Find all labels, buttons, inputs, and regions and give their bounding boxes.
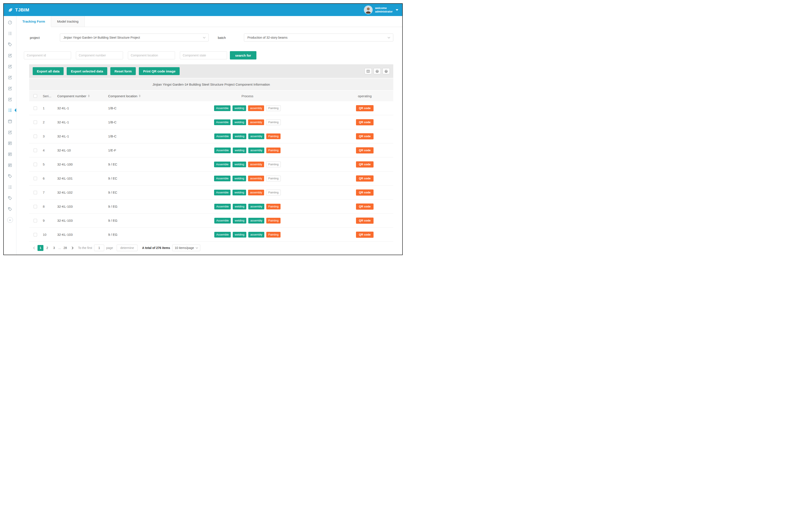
component-state-input[interactable] (180, 51, 227, 59)
printer-button[interactable] (374, 68, 381, 74)
columns-button[interactable] (365, 68, 372, 74)
list-icon (8, 31, 12, 36)
serial-cell: 1 (41, 106, 56, 110)
tab-tracking-form[interactable]: Tracking Form (17, 16, 51, 27)
goto-page-input[interactable] (94, 245, 104, 251)
total-items-label: A total of 276 items (142, 246, 170, 250)
sidebar-item-active[interactable] (4, 105, 16, 116)
qr-code-button[interactable]: QR code (356, 218, 373, 224)
row-checkbox[interactable] (34, 177, 37, 180)
qr-code-button[interactable]: QR code (356, 133, 373, 139)
user-menu-caret-icon[interactable] (396, 9, 398, 11)
sidebar-item[interactable] (4, 127, 16, 138)
print-qr-code-image-button[interactable]: Print QR code image (139, 67, 180, 75)
row-checkbox[interactable] (34, 205, 37, 208)
component-location-cell: 1/E-F (108, 148, 158, 152)
sidebar-item[interactable] (4, 50, 16, 61)
page-button-1[interactable]: 1 (37, 245, 44, 251)
row-checkbox[interactable] (34, 120, 37, 124)
tab-model-tracking[interactable]: Model tracking (51, 16, 85, 27)
form-icon (8, 163, 12, 167)
qr-code-button[interactable]: QR code (356, 189, 373, 196)
serial-cell: 2 (41, 120, 56, 124)
page-content: project Jinjian Yingxi Garden-1# Buildin… (17, 27, 402, 255)
export-all-data-button[interactable]: Export all data (33, 67, 64, 75)
qr-code-button[interactable]: QR code (356, 119, 373, 125)
row-checkbox[interactable] (34, 148, 37, 152)
project-select[interactable]: Jinjian Yingxi Garden-1# Building Steel … (60, 34, 209, 42)
qr-code-button[interactable]: QR code (356, 105, 373, 111)
search-button[interactable]: search for (230, 51, 256, 59)
sidebar-item[interactable] (4, 83, 16, 94)
sidebar-item[interactable] (4, 148, 16, 160)
table-row: 5 32-KL-100 9 / EC Assembleweldingassemb… (29, 157, 393, 171)
batch-label: batch (209, 36, 244, 39)
sort-icon[interactable] (88, 94, 90, 97)
sidebar-item[interactable] (4, 28, 16, 39)
component-number-cell: 32-KL-101 (56, 176, 108, 180)
row-checkbox[interactable] (34, 135, 37, 138)
sidebar-item[interactable] (4, 170, 16, 182)
sidebar-item[interactable] (4, 94, 16, 105)
row-checkbox[interactable] (34, 233, 37, 237)
sidebar-item[interactable] (4, 203, 16, 215)
sidebar-item[interactable] (4, 17, 16, 28)
welcome-text: welcome administrator (375, 6, 393, 13)
sidebar-item[interactable] (4, 116, 16, 127)
print-preview-button[interactable] (382, 68, 390, 74)
sidebar-item[interactable] (4, 193, 16, 203)
qr-code-button[interactable]: QR code (356, 147, 373, 154)
row-checkbox[interactable] (34, 191, 37, 194)
next-page-button[interactable] (70, 247, 74, 249)
component-location-input[interactable] (128, 51, 175, 59)
sidebar-item[interactable] (4, 72, 16, 83)
items-per-page-select[interactable]: 10 items/page (172, 245, 200, 251)
tag-icon (8, 207, 12, 211)
component-location-cell: 9 / EG (108, 205, 158, 208)
row-checkbox[interactable] (34, 219, 37, 222)
serial-cell: 8 (41, 205, 56, 208)
column-component-location: Component location (108, 94, 158, 98)
reset-form-button[interactable]: Reset form (110, 67, 136, 75)
prev-page-button[interactable] (33, 247, 36, 249)
sort-icon[interactable] (139, 94, 141, 97)
sidebar-collapse-button[interactable] (7, 217, 13, 223)
qr-code-button[interactable]: QR code (356, 161, 373, 167)
component-id-input[interactable] (24, 51, 71, 59)
batch-select[interactable]: Production of 32-story beams (244, 34, 393, 42)
sidebar-item[interactable] (4, 182, 16, 193)
avatar[interactable] (364, 5, 373, 14)
select-all-checkbox[interactable] (34, 94, 37, 98)
page-button-2[interactable]: 2 (44, 245, 50, 251)
process-cell: AssembleweldingassemblyPainting (158, 147, 336, 153)
page-button-3[interactable]: 3 (51, 245, 57, 251)
page-button-28[interactable]: 28 (62, 245, 68, 251)
determine-button[interactable]: determine (117, 245, 137, 251)
user-area[interactable]: welcome administrator (364, 5, 398, 14)
export-selected-data-button[interactable]: Export selected data (67, 67, 107, 75)
component-number-cell: 32-KL-100 (56, 162, 108, 166)
batch-select-value: Production of 32-story beams (248, 36, 288, 39)
qr-code-button[interactable]: QR code (356, 175, 373, 182)
project-label: project (30, 36, 60, 39)
sidebar-item[interactable] (4, 160, 16, 170)
qr-code-button[interactable]: QR code (356, 203, 373, 210)
sidebar-item[interactable] (4, 61, 16, 72)
sidebar-item[interactable] (4, 138, 16, 148)
table-row: 2 32-KL-1 1/B-C AssembleweldingassemblyP… (29, 115, 393, 129)
filter-row-selects: project Jinjian Yingxi Garden-1# Buildin… (30, 34, 393, 42)
process-badge-assemble: Assemble (214, 232, 231, 238)
page-ellipsis: ... (58, 246, 61, 250)
row-checkbox[interactable] (34, 107, 37, 110)
qr-code-button[interactable]: QR code (356, 232, 373, 238)
dashboard-icon (8, 20, 12, 25)
sidebar-item[interactable] (4, 39, 16, 50)
serial-cell: 3 (41, 134, 56, 138)
process-cell: AssembleweldingassemblyPainting (158, 232, 336, 238)
sidebar (4, 16, 17, 255)
table-title: Jinjian Yingxi Garden-1# Building Steel … (29, 78, 393, 90)
process-badge-assembly: assembly (248, 162, 264, 167)
component-number-input[interactable] (76, 51, 123, 59)
row-checkbox[interactable] (34, 163, 37, 166)
process-badge-assembly: assembly (248, 134, 264, 139)
